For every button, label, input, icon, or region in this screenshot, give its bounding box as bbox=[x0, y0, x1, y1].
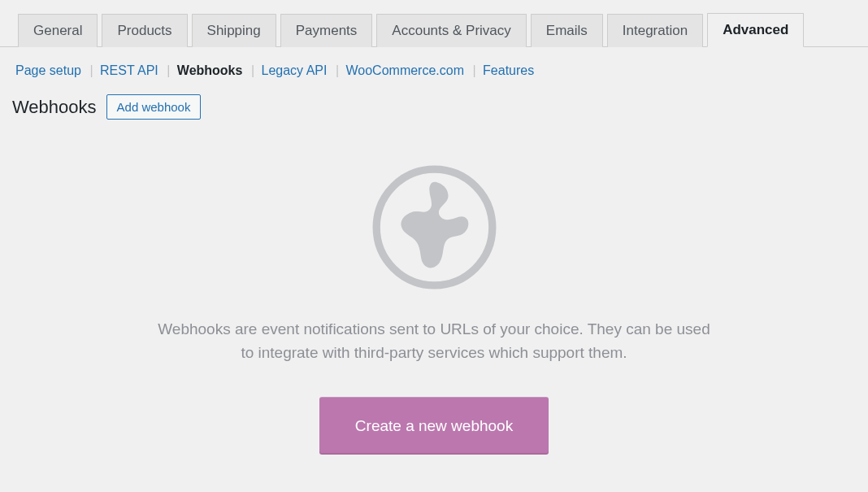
subtab-webhooks[interactable]: Webhooks bbox=[177, 63, 243, 77]
page-title: Webhooks bbox=[12, 97, 97, 118]
add-webhook-button[interactable]: Add webhook bbox=[106, 94, 202, 120]
create-webhook-button[interactable]: Create a new webhook bbox=[319, 397, 549, 455]
tab-accounts-privacy[interactable]: Accounts & Privacy bbox=[376, 14, 526, 47]
subtab-rest-api[interactable]: REST API bbox=[100, 63, 158, 77]
tab-emails[interactable]: Emails bbox=[531, 14, 603, 47]
subtab-features[interactable]: Features bbox=[483, 63, 534, 77]
tab-products[interactable]: Products bbox=[102, 14, 187, 47]
separator: | bbox=[167, 63, 170, 77]
separator: | bbox=[472, 63, 475, 77]
settings-tabs: General Products Shipping Payments Accou… bbox=[0, 0, 868, 47]
empty-state: Webhooks are event notifications sent to… bbox=[0, 120, 868, 455]
page-header: Webhooks Add webhook bbox=[0, 78, 868, 120]
empty-state-description: Webhooks are event notifications sent to… bbox=[158, 318, 710, 364]
tab-general[interactable]: General bbox=[18, 14, 98, 47]
separator: | bbox=[336, 63, 339, 77]
tab-integration[interactable]: Integration bbox=[607, 14, 703, 47]
subtab-woocommerce-com[interactable]: WooCommerce.com bbox=[346, 63, 465, 77]
globe-icon bbox=[371, 164, 497, 294]
separator: | bbox=[89, 63, 93, 77]
subtab-legacy-api[interactable]: Legacy API bbox=[261, 63, 327, 77]
advanced-subtabs: Page setup | REST API | Webhooks | Legac… bbox=[0, 47, 868, 78]
tab-advanced[interactable]: Advanced bbox=[707, 13, 804, 47]
tab-shipping[interactable]: Shipping bbox=[192, 14, 276, 47]
separator: | bbox=[251, 63, 254, 77]
tab-payments[interactable]: Payments bbox=[280, 14, 373, 47]
subtab-page-setup[interactable]: Page setup bbox=[15, 63, 81, 77]
